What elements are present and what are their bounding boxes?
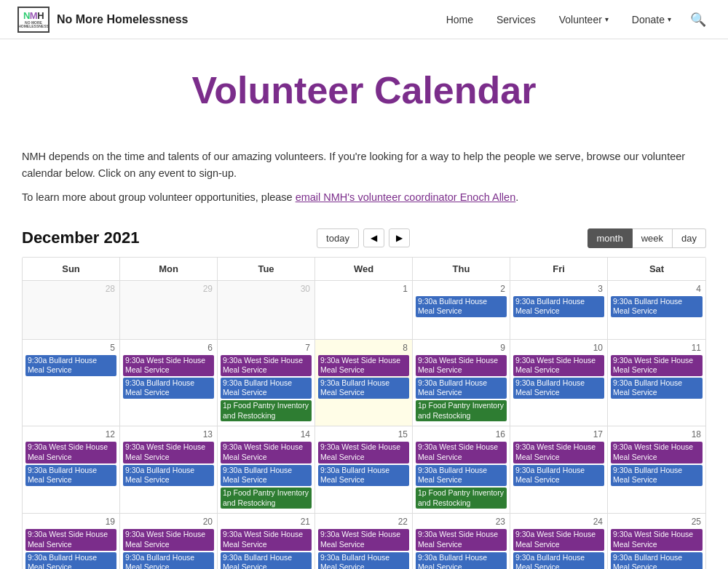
intro-section: NMH depends on the time and talents of o…	[22, 148, 706, 207]
calendar-date-number: 14	[221, 429, 312, 439]
nav-volunteer[interactable]: Volunteer ▾	[550, 9, 617, 30]
month-view-button[interactable]: month	[587, 228, 633, 248]
calendar-event[interactable]: 9:30a Bullard House Meal Service	[25, 465, 116, 486]
calendar-event[interactable]: 9:30a West Side House Meal Service	[221, 355, 312, 376]
calendar-day-cell: 179:30a West Side House Meal Service9:30…	[510, 426, 608, 513]
brand-name: No More Homelessness	[57, 13, 189, 26]
calendar-event[interactable]: 9:30a West Side House Meal Service	[513, 529, 604, 550]
calendar-view-toggle: month week day	[587, 228, 706, 248]
calendar-event[interactable]: 1p Food Pantry Inventory and Restocking	[416, 488, 507, 509]
calendar-event[interactable]: 9:30a Bullard House Meal Service	[221, 552, 312, 569]
calendar-event[interactable]: 9:30a Bullard House Meal Service	[416, 296, 507, 317]
calendar-event[interactable]: 9:30a Bullard House Meal Service	[513, 552, 604, 569]
calendar-event[interactable]: 9:30a Bullard House Meal Service	[416, 378, 507, 399]
calendar-event[interactable]: 9:30a West Side House Meal Service	[513, 355, 604, 376]
nav-donate[interactable]: Donate ▾	[623, 9, 680, 30]
calendar-event[interactable]: 9:30a West Side House Meal Service	[318, 442, 409, 463]
calendar-event[interactable]: 9:30a Bullard House Meal Service	[318, 465, 409, 486]
brand: N M H NO MORE HOMELESSNESS No More Homel…	[17, 7, 189, 33]
calendar-event[interactable]: 9:30a West Side House Meal Service	[513, 442, 604, 463]
calendar-day-cell: 29:30a Bullard House Meal Service	[413, 281, 510, 339]
calendar-event[interactable]: 9:30a West Side House Meal Service	[318, 355, 409, 376]
calendar-week-1: 282930129:30a Bullard House Meal Service…	[23, 281, 705, 340]
volunteer-coordinator-link[interactable]: email NMH's volunteer coordinator Enoch …	[296, 191, 516, 203]
calendar-event[interactable]: 9:30a Bullard House Meal Service	[416, 465, 507, 486]
calendar-date-number: 11	[611, 343, 703, 353]
calendar-event[interactable]: 9:30a Bullard House Meal Service	[25, 355, 116, 376]
calendar-week-3: 129:30a West Side House Meal Service9:30…	[23, 426, 705, 514]
week-view-button[interactable]: week	[633, 228, 673, 248]
calendar-date-number: 18	[611, 429, 703, 439]
calendar-event[interactable]: 1p Food Pantry Inventory and Restocking	[221, 400, 312, 421]
calendar-event[interactable]: 9:30a West Side House Meal Service	[611, 529, 703, 550]
today-button[interactable]: today	[317, 228, 359, 248]
calendar-event[interactable]: 9:30a Bullard House Meal Service	[221, 465, 312, 486]
calendar-event[interactable]: 9:30a West Side House Meal Service	[611, 442, 703, 463]
calendar-date-number: 13	[123, 429, 214, 439]
calendar-event[interactable]: 9:30a Bullard House Meal Service	[318, 378, 409, 399]
calendar-date-number: 20	[123, 517, 214, 527]
calendar-date-number: 28	[25, 284, 116, 294]
calendar-event[interactable]: 9:30a Bullard House Meal Service	[513, 296, 604, 317]
calendar-event[interactable]: 9:30a Bullard House Meal Service	[611, 378, 703, 399]
calendar-event[interactable]: 9:30a Bullard House Meal Service	[416, 552, 507, 569]
nav-services[interactable]: Services	[488, 9, 545, 30]
calendar-event[interactable]: 9:30a Bullard House Meal Service	[123, 378, 214, 399]
calendar-event[interactable]: 9:30a Bullard House Meal Service	[513, 378, 604, 399]
calendar-event[interactable]: 9:30a Bullard House Meal Service	[123, 552, 214, 569]
calendar-day-cell: 129:30a West Side House Meal Service9:30…	[23, 426, 120, 513]
calendar-day-cell: 1	[315, 281, 413, 339]
intro-paragraph-2: To learn more about group volunteer oppo…	[22, 189, 706, 206]
calendar-event[interactable]: 9:30a Bullard House Meal Service	[513, 465, 604, 486]
day-header-thu: Thu	[413, 258, 510, 280]
calendar-date-number: 19	[25, 517, 116, 527]
calendar-day-cell: 229:30a West Side House Meal Service9:30…	[315, 514, 413, 569]
calendar-day-cell: 259:30a West Side House Meal Service9:30…	[608, 514, 705, 569]
calendar-event[interactable]: 9:30a West Side House Meal Service	[221, 442, 312, 463]
calendar-event[interactable]: 9:30a West Side House Meal Service	[416, 529, 507, 550]
calendar-day-cell: 189:30a West Side House Meal Service9:30…	[608, 426, 705, 513]
calendar-event[interactable]: 9:30a West Side House Meal Service	[416, 355, 507, 376]
calendar-day-cell: 139:30a West Side House Meal Service9:30…	[120, 426, 218, 513]
calendar-event[interactable]: 9:30a Bullard House Meal Service	[123, 465, 214, 486]
calendar-event[interactable]: 9:30a Bullard House Meal Service	[318, 552, 409, 569]
calendar-nav: today ◀ ▶	[317, 228, 410, 248]
intro-text-end: .	[515, 191, 518, 203]
calendar-event[interactable]: 9:30a West Side House Meal Service	[123, 529, 214, 550]
calendar-event[interactable]: 9:30a West Side House Meal Service	[611, 355, 703, 376]
calendar-date-number: 2	[416, 284, 507, 294]
day-view-button[interactable]: day	[673, 228, 706, 248]
calendar-day-cell: 59:30a Bullard House Meal Service	[23, 340, 120, 426]
calendar-event[interactable]: 9:30a West Side House Meal Service	[123, 355, 214, 376]
calendar-event[interactable]: 9:30a West Side House Meal Service	[318, 529, 409, 550]
day-header-sat: Sat	[608, 258, 705, 280]
search-icon[interactable]: 🔍	[686, 7, 711, 32]
calendar-event[interactable]: 9:30a West Side House Meal Service	[25, 442, 116, 463]
calendar-month-title: December 2021	[22, 228, 139, 247]
calendar-event[interactable]: 9:30a Bullard House Meal Service	[611, 296, 703, 317]
prev-month-button[interactable]: ◀	[363, 228, 384, 247]
calendar-date-number: 25	[611, 517, 703, 527]
calendar-date-number: 7	[221, 343, 312, 353]
calendar-event[interactable]: 9:30a Bullard House Meal Service	[25, 552, 116, 569]
calendar-event[interactable]: 9:30a West Side House Meal Service	[221, 529, 312, 550]
calendar-event[interactable]: 9:30a Bullard House Meal Service	[611, 552, 703, 569]
calendar-event[interactable]: 9:30a West Side House Meal Service	[123, 442, 214, 463]
calendar-day-cell: 209:30a West Side House Meal Service9:30…	[120, 514, 218, 569]
calendar-event[interactable]: 1p Food Pantry Inventory and Restocking	[221, 488, 312, 509]
next-month-button[interactable]: ▶	[389, 228, 410, 247]
intro-paragraph-1: NMH depends on the time and talents of o…	[22, 148, 706, 182]
calendar-event[interactable]: 9:30a West Side House Meal Service	[416, 442, 507, 463]
day-header-fri: Fri	[510, 258, 608, 280]
calendar-date-number: 17	[513, 429, 604, 439]
day-header-tue: Tue	[218, 258, 315, 280]
nav-home[interactable]: Home	[438, 9, 482, 30]
calendar-day-cell: 159:30a West Side House Meal Service9:30…	[315, 426, 413, 513]
calendar-event[interactable]: 1p Food Pantry Inventory and Restocking	[416, 400, 507, 421]
calendar-event[interactable]: 9:30a Bullard House Meal Service	[611, 465, 703, 486]
calendar-week-2: 59:30a Bullard House Meal Service69:30a …	[23, 340, 705, 427]
calendar-event[interactable]: 9:30a West Side House Meal Service	[25, 529, 116, 550]
calendar-event[interactable]: 9:30a Bullard House Meal Service	[221, 378, 312, 399]
calendar-day-cell: 69:30a West Side House Meal Service9:30a…	[120, 340, 218, 426]
calendar-day-cell: 49:30a Bullard House Meal Service	[608, 281, 705, 339]
